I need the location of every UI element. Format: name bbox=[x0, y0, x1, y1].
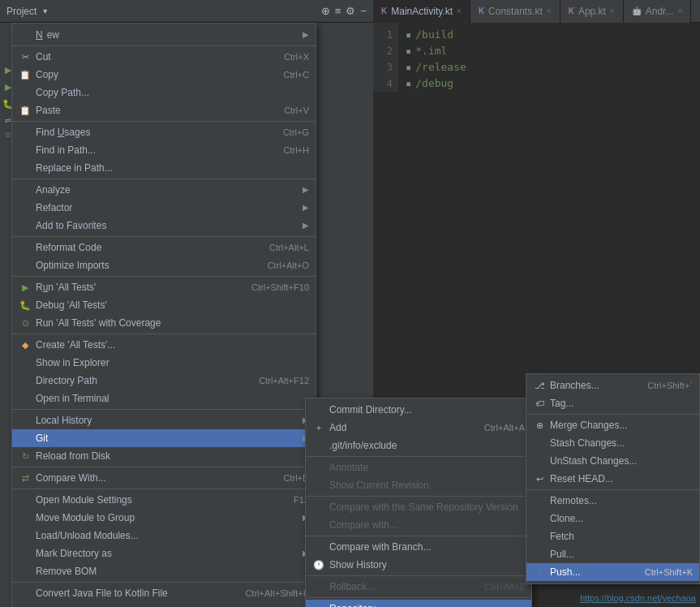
filter-icon[interactable]: ≡ bbox=[335, 5, 341, 17]
git-exclude[interactable]: .git/info/exclude bbox=[306, 437, 531, 454]
comparebranch-icon bbox=[312, 540, 325, 553]
menu-item-explorer[interactable]: Show in Explorer bbox=[12, 354, 316, 372]
action-pull[interactable]: Pull... bbox=[526, 545, 699, 563]
menu-item-j2k[interactable]: Convert Java File to Kotlin File Ctrl+Al… bbox=[12, 584, 316, 602]
menu-label-loadmod: Load/Unload Modules... bbox=[36, 527, 139, 545]
menu-item-movemod[interactable]: Move Module to Group ▶ bbox=[12, 509, 316, 527]
action-reset[interactable]: ↩ Reset HEAD... bbox=[526, 470, 699, 488]
action-fetch[interactable]: Fetch bbox=[526, 527, 699, 545]
sep5 bbox=[12, 276, 316, 277]
menu-item-loadmod[interactable]: Load/Unload Modules... bbox=[12, 527, 316, 545]
menu-label-removebom: Remove BOM bbox=[36, 562, 97, 580]
tab-app[interactable]: K App.kt × bbox=[560, 0, 624, 23]
action-tag[interactable]: 🏷 Tag... bbox=[526, 394, 699, 412]
menu-item-dirpath[interactable]: Directory Path Ctrl+Alt+F12 bbox=[12, 372, 316, 390]
git-label-annotate: Annotate bbox=[329, 458, 368, 476]
copypath-icon bbox=[19, 86, 32, 99]
action-unstash[interactable]: UnStash Changes... bbox=[526, 452, 699, 470]
menu-item-coverage[interactable]: ⊙ Run 'All Tests' with Coverage bbox=[12, 314, 316, 332]
action-label-push: Push... bbox=[550, 563, 580, 581]
git-actions-submenu: ⎇ Branches... Ctrl+Shift+` 🏷 Tag... ⊕ Me… bbox=[526, 373, 700, 584]
action-remotes[interactable]: Remotes... bbox=[526, 492, 699, 510]
menu-item-git[interactable]: Git ▶ bbox=[12, 429, 316, 447]
code-text-4: /debug bbox=[415, 75, 453, 92]
project-dropdown-icon[interactable]: ▼ bbox=[41, 7, 49, 15]
tab-constants[interactable]: K Constants.kt × bbox=[470, 0, 560, 23]
menu-item-copy[interactable]: 📋 Copy Ctrl+C bbox=[12, 66, 316, 84]
action-merge[interactable]: ⊕ Merge Changes... bbox=[526, 416, 699, 434]
menu-label-reformat: Reformat Code bbox=[36, 239, 101, 256]
tab-close-constants[interactable]: × bbox=[547, 6, 552, 15]
menu-item-terminal[interactable]: Open in Terminal bbox=[12, 390, 316, 407]
shortcut-push: Ctrl+Shift+K bbox=[645, 563, 693, 581]
menu-item-analyze[interactable]: Analyze ▶ bbox=[12, 181, 316, 199]
header-icons: ⊕ ≡ ⚙ − bbox=[321, 5, 367, 17]
menu-item-reformat[interactable]: Reformat Code Ctrl+Alt+L bbox=[12, 239, 316, 256]
tab-close-android[interactable]: × bbox=[677, 6, 682, 15]
tab-mainactivity[interactable]: K MainActivity.kt × bbox=[373, 0, 470, 23]
main-context-menu: New ▶ ✂ Cut Ctrl+X 📋 Copy Ctrl+C Copy Pa… bbox=[11, 23, 316, 607]
menu-label-favorites: Add to Favorites bbox=[36, 217, 106, 235]
tab-label-android: Andr... bbox=[646, 6, 674, 17]
menu-item-removebom[interactable]: Remove BOM bbox=[12, 562, 316, 580]
menu-label-reload: Reload from Disk bbox=[36, 447, 110, 465]
menu-item-localhistory[interactable]: Local History ▶ bbox=[12, 411, 316, 429]
action-label-stash: Stash Changes... bbox=[550, 434, 625, 452]
sync-icon[interactable]: ⊕ bbox=[321, 5, 330, 17]
j2k-icon bbox=[19, 587, 32, 600]
shortcut-cut: Ctrl+X bbox=[284, 48, 309, 66]
shortcut-reformat: Ctrl+Alt+L bbox=[269, 239, 309, 256]
menu-item-create[interactable]: ◆ Create 'All Tests'... bbox=[12, 336, 316, 354]
menu-item-cut[interactable]: ✂ Cut Ctrl+X bbox=[12, 48, 316, 66]
git-history[interactable]: 🕐 Show History bbox=[306, 556, 531, 574]
menu-item-replaceinpath[interactable]: Replace in Path... bbox=[12, 159, 316, 177]
clone-icon bbox=[533, 512, 546, 525]
menu-label-new: N bbox=[36, 26, 43, 44]
shortcut-optimize: Ctrl+Alt+O bbox=[268, 256, 309, 274]
compare-left-icon: ⇄ bbox=[5, 116, 11, 124]
kotlin-icon: K bbox=[381, 6, 387, 15]
action-clone[interactable]: Clone... bbox=[526, 510, 699, 527]
tab-android[interactable]: 🤖 Andr... × bbox=[624, 0, 692, 23]
menu-item-favorites[interactable]: Add to Favorites ▶ bbox=[12, 217, 316, 235]
action-push[interactable]: ↑ Push... Ctrl+Shift+K bbox=[526, 563, 699, 581]
menu-item-compare[interactable]: ⇄ Compare With... Ctrl+D bbox=[12, 469, 316, 487]
shortcut-branches: Ctrl+Shift+` bbox=[647, 377, 693, 394]
push-icon: ↑ bbox=[533, 566, 546, 579]
minimize-icon[interactable]: − bbox=[360, 5, 367, 17]
git-repository[interactable]: Repository bbox=[306, 600, 531, 607]
code-text-3: /release bbox=[415, 59, 466, 75]
git-menu-icon bbox=[19, 432, 32, 445]
watermark-url: https://blog.csdn.net/yechaoa bbox=[580, 593, 696, 603]
menu-item-debug[interactable]: 🐛 Debug 'All Tests' bbox=[12, 296, 316, 314]
tab-close-app[interactable]: × bbox=[610, 6, 615, 15]
menu-item-optimize[interactable]: Optimize Imports Ctrl+Alt+O bbox=[12, 256, 316, 274]
tab-close-mainactivity[interactable]: × bbox=[457, 6, 462, 15]
action-stash[interactable]: Stash Changes... bbox=[526, 434, 699, 452]
menu-item-new[interactable]: New ▶ bbox=[12, 26, 316, 44]
menu-item-reload[interactable]: ↻ Reload from Disk bbox=[12, 447, 316, 465]
action-label-fetch: Fetch bbox=[550, 527, 574, 545]
menu-item-findusages[interactable]: Find Usages Ctrl+G bbox=[12, 123, 316, 141]
git-comparebranch[interactable]: Compare with Branch... bbox=[306, 538, 531, 556]
settings-icon[interactable]: ⚙ bbox=[346, 5, 355, 17]
menu-item-copypath[interactable]: Copy Path... bbox=[12, 84, 316, 101]
menu-item-paste[interactable]: 📋 Paste Ctrl+V bbox=[12, 101, 316, 119]
menu-item-run[interactable]: ▶ Run 'All Tests' Ctrl+Shift+F10 bbox=[12, 278, 316, 296]
arrow-analyze: ▶ bbox=[303, 181, 309, 199]
git-commit[interactable]: Commit Directory... bbox=[306, 401, 531, 419]
menu-label-terminal: Open in Terminal bbox=[36, 390, 110, 407]
menu-item-gist[interactable]: ⊙ Create Gist... bbox=[12, 602, 316, 607]
git-add[interactable]: + Add Ctrl+Alt+A bbox=[306, 419, 531, 437]
folder-icon-4: ▪ bbox=[406, 75, 411, 92]
menu-item-modsettings[interactable]: Open Module Settings F12 bbox=[12, 491, 316, 509]
action-branches[interactable]: ⎇ Branches... Ctrl+Shift+` bbox=[526, 377, 699, 394]
menu-item-findinpath[interactable]: Find in Path... Ctrl+H bbox=[12, 141, 316, 159]
menu-item-refactor[interactable]: Refactor ▶ bbox=[12, 199, 316, 217]
code-text-1: /build bbox=[415, 27, 453, 43]
analyze-icon bbox=[19, 183, 32, 196]
menu-item-markdir[interactable]: Mark Directory as ▶ bbox=[12, 545, 316, 562]
git-annotate: Annotate bbox=[306, 458, 531, 476]
action-sep2 bbox=[526, 489, 699, 490]
rollback-icon bbox=[312, 580, 325, 593]
